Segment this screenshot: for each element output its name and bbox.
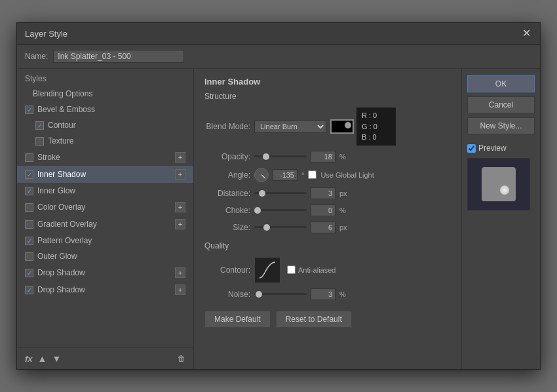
- color-swatch[interactable]: [330, 119, 354, 134]
- contour-checkbox[interactable]: [35, 121, 44, 130]
- sidebar-item-color-overlay[interactable]: Color Overlay +: [17, 199, 193, 216]
- global-light-checkbox[interactable]: [308, 170, 317, 179]
- distance-slider[interactable]: [254, 192, 307, 194]
- gradient-overlay-plus-button[interactable]: +: [175, 219, 185, 229]
- size-row: Size: px: [204, 222, 451, 233]
- size-unit: px: [339, 224, 347, 231]
- angle-input[interactable]: [273, 169, 298, 181]
- inner-shadow-label: Inner Shadow: [37, 170, 86, 179]
- texture-checkbox[interactable]: [35, 137, 44, 146]
- inner-glow-label: Inner Glow: [37, 186, 75, 195]
- stroke-plus-button[interactable]: +: [175, 152, 185, 163]
- angle-dial[interactable]: [254, 168, 269, 182]
- name-row: Name:: [17, 45, 540, 69]
- sidebar-item-inner-shadow[interactable]: Inner Shadow +: [17, 166, 193, 183]
- opacity-slider[interactable]: [254, 155, 307, 157]
- size-slider[interactable]: [254, 226, 307, 228]
- bevel-emboss-label: Bevel & Emboss: [37, 105, 95, 114]
- layer-list: Blending Options Bevel & Emboss Contour …: [17, 86, 193, 347]
- drop-shadow-2-plus-button[interactable]: +: [175, 284, 185, 295]
- sidebar-item-blending-options[interactable]: Blending Options: [17, 86, 193, 102]
- inner-glow-checkbox[interactable]: [25, 187, 33, 195]
- new-style-button[interactable]: New Style...: [467, 117, 535, 134]
- styles-header: Styles: [17, 69, 193, 86]
- move-down-icon[interactable]: ▼: [52, 353, 61, 364]
- opacity-input[interactable]: [311, 151, 336, 163]
- outer-glow-label: Outer Glow: [37, 252, 77, 261]
- name-input[interactable]: [53, 50, 184, 63]
- choke-label: Choke:: [204, 206, 250, 215]
- structure-label: Structure: [204, 92, 451, 101]
- blend-mode-label: Blend Mode:: [204, 122, 250, 131]
- rgb-r: R : 0: [362, 110, 391, 121]
- pattern-overlay-checkbox[interactable]: [25, 237, 33, 245]
- preview-checkbox[interactable]: [467, 144, 476, 153]
- noise-slider[interactable]: [254, 293, 307, 295]
- make-default-button[interactable]: Make Default: [204, 311, 271, 328]
- sidebar-item-drop-shadow-1[interactable]: Drop Shadow +: [17, 264, 193, 281]
- sidebar-item-texture[interactable]: Texture: [17, 133, 193, 149]
- cancel-button[interactable]: Cancel: [467, 96, 535, 113]
- ok-button[interactable]: OK: [467, 75, 535, 92]
- noise-unit: %: [339, 290, 346, 298]
- dialog-title: Layer Style: [25, 29, 67, 39]
- close-button[interactable]: ✕: [521, 28, 532, 39]
- stroke-label: Stroke: [37, 153, 60, 162]
- bevel-emboss-checkbox[interactable]: [25, 106, 33, 114]
- inner-shadow-plus-button[interactable]: +: [175, 169, 185, 180]
- anti-alias-label: Anti-aliased: [298, 266, 336, 274]
- preview-thumbnail: [467, 158, 530, 210]
- noise-input[interactable]: [311, 288, 336, 300]
- move-up-icon[interactable]: ▲: [38, 353, 47, 364]
- sidebar-item-gradient-overlay[interactable]: Gradient Overlay +: [17, 216, 193, 233]
- sidebar-item-pattern-overlay[interactable]: Pattern Overlay: [17, 233, 193, 248]
- drop-shadow-1-checkbox[interactable]: [25, 269, 33, 277]
- blend-mode-select[interactable]: Linear Burn Normal Multiply Screen: [254, 120, 326, 133]
- anti-alias-checkbox[interactable]: [287, 265, 296, 274]
- outer-glow-checkbox[interactable]: [25, 252, 33, 261]
- pattern-overlay-label: Pattern Overlay: [37, 236, 92, 245]
- size-input[interactable]: [311, 222, 336, 233]
- delete-icon[interactable]: 🗑: [178, 354, 185, 363]
- drop-shadow-1-label: Drop Shadow: [37, 268, 85, 277]
- distance-row: Distance: px: [204, 187, 451, 199]
- titlebar: Layer Style ✕: [17, 23, 540, 45]
- sidebar-item-drop-shadow-2[interactable]: Drop Shadow +: [17, 281, 193, 298]
- sidebar-item-outer-glow[interactable]: Outer Glow: [17, 248, 193, 264]
- sidebar-item-stroke[interactable]: Stroke +: [17, 149, 193, 166]
- stroke-checkbox[interactable]: [25, 153, 33, 162]
- contour-preview[interactable]: [254, 257, 280, 283]
- sidebar-item-contour[interactable]: Contour: [17, 117, 193, 133]
- quality-section: Quality Contour: Anti-aliased: [204, 241, 451, 300]
- left-panel: Styles Blending Options Bevel & Emboss C…: [17, 69, 194, 369]
- reset-default-button[interactable]: Reset to Default: [276, 311, 352, 328]
- global-light-label: Use Global Light: [320, 171, 374, 179]
- choke-input[interactable]: [311, 205, 336, 216]
- distance-input[interactable]: [311, 187, 336, 199]
- sidebar-item-inner-glow[interactable]: Inner Glow: [17, 183, 193, 199]
- sidebar-item-bevel-emboss[interactable]: Bevel & Emboss: [17, 102, 193, 117]
- color-overlay-plus-button[interactable]: +: [175, 202, 185, 212]
- dialog-body: Styles Blending Options Bevel & Emboss C…: [17, 69, 540, 369]
- blending-options-label: Blending Options: [33, 89, 92, 98]
- opacity-row: Opacity: %: [204, 151, 451, 163]
- choke-slider[interactable]: [254, 209, 307, 211]
- angle-row: Angle: ° Use Global Light: [204, 168, 451, 182]
- drop-shadow-1-plus-button[interactable]: +: [175, 267, 185, 278]
- fx-icon[interactable]: fx: [25, 354, 33, 364]
- quality-label: Quality: [204, 241, 451, 250]
- drop-shadow-2-label: Drop Shadow: [37, 285, 85, 294]
- inner-shadow-checkbox[interactable]: [25, 170, 33, 179]
- choke-unit: %: [339, 206, 346, 214]
- angle-label: Angle:: [204, 170, 250, 180]
- size-label: Size:: [204, 223, 250, 232]
- gradient-overlay-checkbox[interactable]: [25, 220, 33, 229]
- drop-shadow-2-checkbox[interactable]: [25, 286, 33, 294]
- opacity-label: Opacity:: [204, 152, 250, 161]
- distance-unit: px: [339, 189, 347, 197]
- color-overlay-checkbox[interactable]: [25, 203, 33, 212]
- blend-mode-row: Blend Mode: Linear Burn Normal Multiply …: [204, 108, 451, 146]
- action-buttons: Make Default Reset to Default: [204, 311, 451, 328]
- thumb-highlight: [500, 186, 509, 195]
- angle-unit: °: [301, 171, 304, 179]
